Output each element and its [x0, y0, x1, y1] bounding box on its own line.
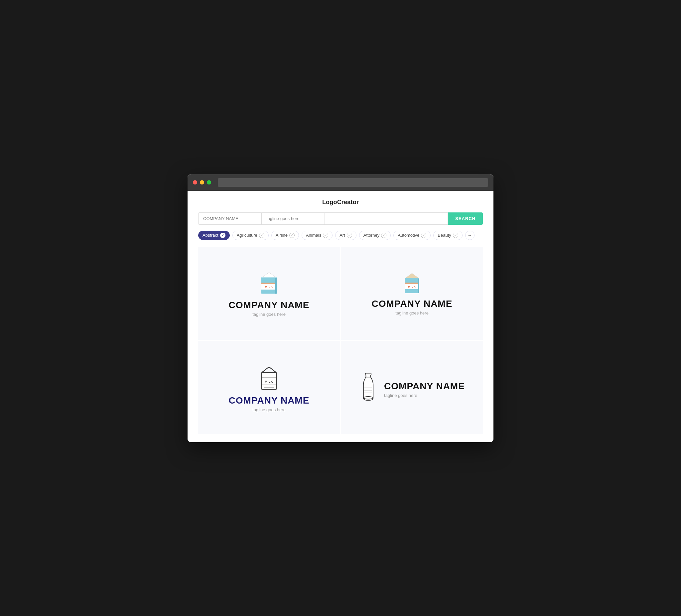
- svg-rect-12: [405, 283, 419, 284]
- filter-beauty[interactable]: Beauty: [433, 231, 462, 240]
- logo4-company: COMPANY NAME: [384, 381, 465, 392]
- animals-check-icon: [323, 233, 328, 238]
- filter-airline[interactable]: Airline: [271, 231, 299, 240]
- search-button[interactable]: SEARCH: [448, 212, 483, 225]
- logo3-tagline: tagline goes here: [252, 407, 286, 412]
- filter-agriculture-label: Agriculture: [237, 233, 257, 238]
- logo-card-4[interactable]: COMPANY NAME tagline goes here: [341, 341, 483, 434]
- filter-attorney[interactable]: Attorney: [359, 231, 391, 240]
- abstract-check-icon: [220, 233, 225, 238]
- agriculture-check-icon: [259, 233, 264, 238]
- filter-agriculture[interactable]: Agriculture: [232, 231, 269, 240]
- filter-beauty-label: Beauty: [437, 233, 451, 238]
- maximize-button[interactable]: [207, 180, 211, 184]
- airline-check-icon: [289, 233, 295, 238]
- svg-marker-1: [261, 272, 277, 278]
- minimize-button[interactable]: [200, 180, 204, 184]
- filter-next-button[interactable]: →: [465, 231, 475, 240]
- logo1-tagline: tagline goes here: [252, 312, 286, 317]
- filter-airline-label: Airline: [276, 233, 287, 238]
- tagline-input[interactable]: [261, 212, 325, 225]
- app-content: LogoCreator SEARCH Abstract Agriculture …: [187, 191, 494, 442]
- filter-animals[interactable]: Animals: [302, 231, 332, 240]
- filter-abstract-label: Abstract: [202, 233, 219, 238]
- filter-art[interactable]: Art: [335, 231, 356, 240]
- filter-animals-label: Animals: [306, 233, 321, 238]
- svg-text:MILK: MILK: [265, 285, 273, 288]
- logo2-tagline: tagline goes here: [395, 310, 429, 315]
- svg-rect-13: [418, 279, 419, 293]
- logo-card-3[interactable]: MILK COMPANY NAME tagline goes here: [198, 341, 340, 434]
- svg-point-25: [363, 396, 373, 399]
- company-name-input[interactable]: [198, 212, 261, 225]
- logo4-text-block: COMPANY NAME tagline goes here: [384, 377, 465, 398]
- address-bar[interactable]: [218, 178, 488, 187]
- close-button[interactable]: [193, 180, 197, 184]
- search-bar: SEARCH: [198, 212, 483, 225]
- logo3-company: COMPANY NAME: [229, 395, 309, 406]
- logo1-company: COMPANY NAME: [229, 300, 309, 310]
- svg-rect-2: [261, 277, 277, 279]
- svg-text:MILK: MILK: [265, 380, 273, 383]
- logo4-tagline: tagline goes here: [384, 393, 465, 398]
- keyword-input[interactable]: [325, 212, 448, 225]
- milk-carton-colored-icon: MILK: [257, 269, 281, 296]
- filter-bar: Abstract Agriculture Airline Animals Art: [198, 231, 483, 240]
- beauty-check-icon: [453, 233, 458, 238]
- filter-automotive-label: Automotive: [398, 233, 419, 238]
- filter-attorney-label: Attorney: [363, 233, 379, 238]
- art-check-icon: [347, 233, 352, 238]
- app-title: LogoCreator: [322, 199, 359, 205]
- milk-carton-small-icon: MILK: [402, 271, 422, 294]
- logo2-company: COMPANY NAME: [372, 299, 453, 309]
- filter-abstract[interactable]: Abstract: [198, 231, 230, 240]
- svg-rect-21: [365, 373, 372, 375]
- browser-window: LogoCreator SEARCH Abstract Agriculture …: [187, 174, 494, 442]
- app-header: LogoCreator: [198, 199, 483, 206]
- svg-text:MILK: MILK: [408, 285, 416, 288]
- logo-card-1[interactable]: MILK COMPANY NAME tagline goes here: [198, 247, 340, 340]
- milk-bottle-outline-icon: [359, 373, 377, 403]
- svg-marker-8: [405, 273, 419, 279]
- svg-rect-5: [261, 283, 277, 284]
- browser-titlebar: [187, 174, 494, 191]
- svg-rect-6: [275, 278, 277, 293]
- attorney-check-icon: [381, 233, 386, 238]
- filter-automotive[interactable]: Automotive: [394, 231, 431, 240]
- automotive-check-icon: [421, 233, 426, 238]
- arrow-right-icon: →: [468, 233, 472, 238]
- svg-rect-9: [405, 278, 419, 279]
- milk-carton-outline-icon: MILK: [257, 363, 281, 391]
- logo-card-2[interactable]: MILK COMPANY NAME tagline goes here: [341, 247, 483, 340]
- logo-grid: MILK COMPANY NAME tagline goes here: [198, 247, 483, 434]
- filter-art-label: Art: [339, 233, 345, 238]
